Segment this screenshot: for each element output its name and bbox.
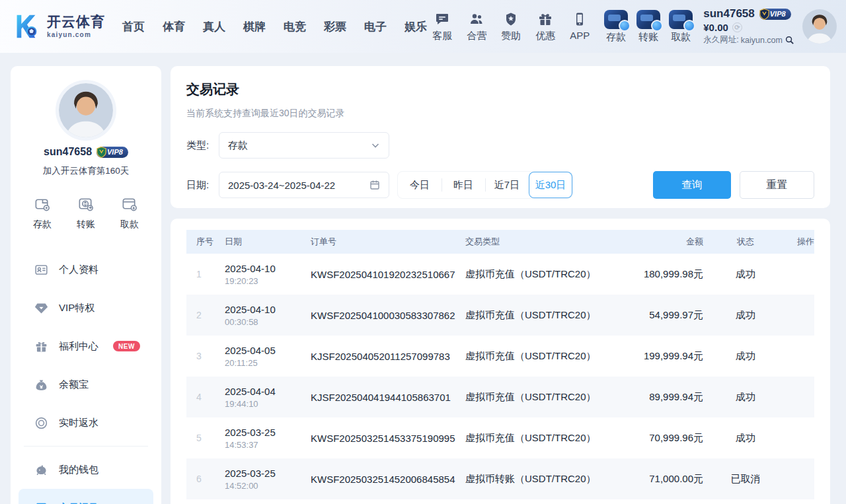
sidebar-withdraw-button[interactable]: 取款 [120, 196, 139, 231]
badge-icon [503, 11, 519, 27]
customer-service-button[interactable]: 客服 [432, 11, 452, 42]
nav-live[interactable]: 真人 [203, 19, 225, 34]
cell-amount: 71,000.00元 [631, 458, 703, 499]
sidebar-transfer-button[interactable]: 转账 [77, 196, 95, 231]
cell-type: 虚拟币充值（USDT/TRC20） [465, 295, 631, 336]
nav-entertainment[interactable]: 娱乐 [404, 19, 427, 34]
cell-order: KWSF202503251453375190995 [311, 417, 465, 458]
diamond-icon [34, 301, 48, 315]
col-header-date: 日期 [225, 230, 311, 254]
nav-chess[interactable]: 棋牌 [243, 19, 266, 34]
sidebar-item-transactions[interactable]: 交易记录 [19, 489, 153, 504]
brand-name: 开云体育 [47, 15, 105, 29]
cell-action [788, 458, 814, 499]
cell-type: 虚拟币充值（USDT/TRC20） [465, 377, 631, 417]
sidebar-item-wallet[interactable]: 我的钱包 [11, 450, 161, 489]
cell-status: 已取消 [703, 458, 788, 499]
filter-panel: 交易记录 当前系统支持查询最近30日的交易记录 类型: 存款 日期: 2025-… [171, 66, 830, 208]
cell-order: KWSF202504101920232510667 [311, 254, 465, 295]
table-row: 3 2025-04-0520:11:25 KJSF202504052011257… [186, 336, 814, 377]
reset-button[interactable]: 重置 [740, 171, 814, 199]
cell-status: 成功 [703, 417, 788, 458]
sidebar-item-rebate[interactable]: 实时返水 [11, 404, 161, 442]
sidebar-item-profile[interactable]: 个人资料 [11, 250, 161, 289]
nav-home[interactable]: 首页 [122, 19, 145, 34]
sidebar-item-yuebao[interactable]: 余额宝 [11, 365, 161, 404]
search-button[interactable]: 查询 [653, 171, 731, 199]
rebate-icon [34, 416, 48, 430]
cell-action [788, 295, 814, 336]
table-row: 1 2025-04-1019:20:23 KWSF202504101920232… [186, 254, 814, 295]
cell-amount: 54,999.97元 [631, 295, 703, 336]
partnership-button[interactable]: 合营 [467, 11, 486, 42]
kaiyun-logo-icon [11, 11, 41, 42]
membership-days: 加入开云体育第160天 [11, 165, 161, 177]
wallet-icon [34, 196, 52, 213]
sidebar-quick-actions: 存款 转账 取款 [11, 196, 161, 231]
withdraw-icon [121, 196, 139, 213]
transfer-button[interactable]: 转账 [636, 10, 660, 44]
col-header-status: 状态 [703, 230, 788, 254]
nav-lottery[interactable]: 彩票 [324, 19, 346, 34]
id-card-icon [34, 263, 48, 277]
nav-esports[interactable]: 电竞 [284, 19, 306, 34]
cell-status: 成功 [703, 254, 788, 295]
sidebar-item-welfare[interactable]: 福利中心 NEW [11, 327, 161, 365]
sponsor-button[interactable]: 赞助 [501, 11, 521, 42]
date-quick-ranges: 今日 昨日 近7日 近30日 [397, 171, 573, 199]
range-30days-button[interactable]: 近30日 [529, 172, 572, 198]
cell-date: 2025-04-0419:44:10 [225, 377, 311, 417]
balance-amount: ¥0.00 [703, 22, 728, 33]
cell-order: KWSF202503251452006845854 [311, 458, 465, 499]
people-icon [469, 11, 484, 27]
vip-badge: VIP8 [759, 9, 791, 20]
date-label: 日期: [186, 179, 219, 192]
nav-slots[interactable]: 电子 [364, 19, 387, 34]
type-select[interactable]: 存款 [219, 132, 389, 159]
transfer-card-icon [636, 10, 660, 29]
transfer-icon [77, 196, 95, 213]
user-info: sun47658 VIP8 ¥0.00 ⟳ 永久网址: kaiyun.com [703, 7, 794, 46]
user-avatar[interactable] [802, 9, 837, 44]
sidebar-divider [24, 446, 148, 447]
sidebar-item-vip[interactable]: VIP特权 [11, 289, 161, 327]
cell-date: 2025-04-1000:30:58 [225, 295, 311, 336]
cell-date: 2025-03-2514:53:37 [225, 417, 311, 458]
vip-shield-icon [758, 8, 771, 20]
brand-logo[interactable]: 开云体育 kaiyun.com [11, 11, 105, 42]
brand-domain: kaiyun.com [47, 31, 105, 38]
deposit-card-icon [604, 10, 628, 29]
cell-order: KJSF202504041944105863701 [311, 377, 465, 417]
profile-avatar [59, 83, 113, 137]
cell-order: KWSF202504100030583307862 [311, 295, 465, 336]
range-today-button[interactable]: 今日 [398, 172, 442, 198]
app-download-button[interactable]: APP [570, 11, 590, 42]
sidebar-vip-badge: VIP8 [96, 147, 128, 158]
date-range-input[interactable]: 2025-03-24~2025-04-22 [219, 172, 389, 198]
refresh-balance-icon[interactable]: ⟳ [732, 22, 742, 32]
cell-type: 虚拟币充值（USDT/TRC20） [465, 417, 631, 458]
range-7days-button[interactable]: 近7日 [485, 172, 529, 198]
promotions-button[interactable]: 优惠 [535, 11, 555, 42]
search-icon[interactable] [785, 35, 794, 45]
withdraw-card-icon [669, 10, 693, 29]
table-header-row: 序号 日期 订单号 交易类型 金额 状态 操作 [186, 230, 814, 254]
sidebar: sun47658 VIP8 加入开云体育第160天 存款 转账 取款 个人资料 … [11, 66, 161, 504]
type-label: 类型: [186, 139, 219, 152]
sidebar-username: sun47658 [44, 146, 92, 158]
table-row: 6 2025-03-2514:52:00 KWSF202503251452006… [186, 458, 814, 499]
chevron-down-icon [371, 141, 380, 150]
deposit-button[interactable]: 存款 [604, 10, 628, 44]
utility-nav: 客服 合营 赞助 优惠 APP [432, 11, 590, 42]
transactions-panel: 序号 日期 订单号 交易类型 金额 状态 操作 1 2025-04-1019:2… [171, 219, 830, 504]
nav-sports[interactable]: 体育 [163, 19, 185, 34]
col-header-index: 序号 [186, 230, 225, 254]
range-yesterday-button[interactable]: 昨日 [442, 172, 485, 198]
wallet-actions: 存款 转账 取款 [604, 10, 693, 44]
record-icon [34, 501, 48, 504]
permanent-url-label: 永久网址: [703, 34, 738, 46]
sidebar-deposit-button[interactable]: 存款 [33, 196, 52, 231]
withdraw-button[interactable]: 取款 [669, 10, 693, 44]
gift-icon [537, 11, 553, 27]
cell-type: 虚拟币充值（USDT/TRC20） [465, 336, 631, 377]
